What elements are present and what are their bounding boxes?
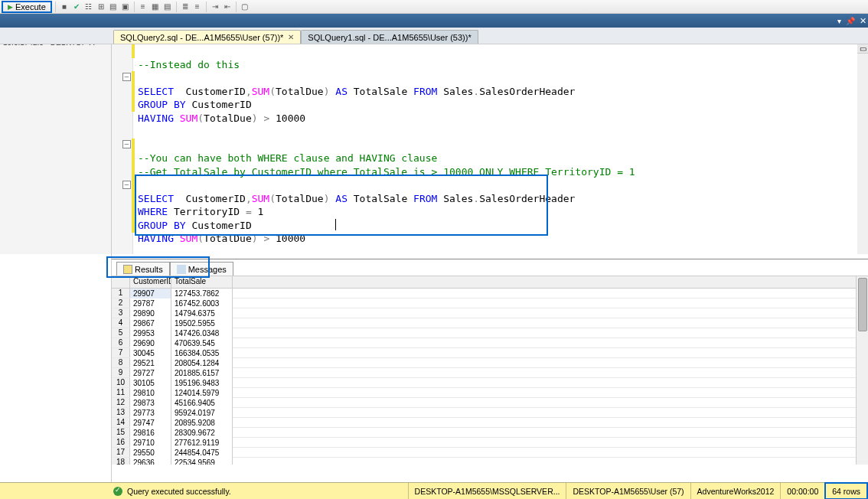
sql-editor[interactable]: – – – --Instead do this SELECT CustomerI… [112,44,862,254]
results-grid-icon[interactable]: ▦ [150,2,161,12]
close-icon[interactable]: ✕ [288,33,294,41]
row-number: 12 [112,398,130,407]
row-number: 15 [112,428,130,437]
estimate-plan-icon[interactable]: ☷ [83,2,94,12]
table-row[interactable]: 1030105195196.9483 [112,378,868,388]
row-number: 6 [112,338,130,347]
table-row[interactable]: 142974720895.9208 [112,418,868,428]
close-icon[interactable]: ✕ [860,16,866,26]
status-rowcount: 64 rows [824,482,868,499]
row-number: 16 [112,438,130,447]
separator [55,2,56,12]
separator [236,2,237,12]
table-row[interactable]: 1629710277612.9119 [112,438,868,448]
split-icon[interactable]: ▭ [857,44,868,54]
cell-totalsale[interactable]: 22534.9569 [171,458,233,465]
pin-icon[interactable]: 📌 [846,17,855,25]
document-tabs: SQLQuery2.sql - DE...A1M5655\User (57))*… [0,28,868,44]
results-file-icon[interactable]: ▤ [162,2,173,12]
row-number: 9 [112,368,130,377]
panel-header: ▾ 📌 ✕ [0,14,868,28]
indent-icon[interactable]: ⇥ [210,2,220,12]
tab-sqlquery2[interactable]: SQLQuery2.sql - DE...A1M5655\User (57))*… [113,30,301,44]
table-row[interactable]: 730045166384.0535 [112,348,868,358]
tab-label: SQLQuery1.sql - DE...A1M5655\User (53))* [308,33,471,42]
parse-icon[interactable]: ✔ [71,2,82,12]
row-number: 8 [112,358,130,367]
results-tabs-highlight [106,256,210,278]
status-time: 00:00:00 [780,483,824,499]
status-database: AdventureWorks2012 [690,483,781,499]
separator [134,2,135,12]
row-number: 3 [112,308,130,318]
row-number: 13 [112,408,130,417]
execute-button[interactable]: ▶ Execute [2,1,52,13]
separator [176,2,177,12]
column-header-totalsale[interactable]: TotalSale [171,276,233,289]
highlight-box [135,174,548,236]
object-explorer: ER2 (SQL Server 13.0.1742.0 - DESKTOP-A [0,28,112,254]
dropdown-icon[interactable]: ▾ [837,17,841,25]
table-row[interactable]: 529953147426.0348 [112,328,868,338]
row-number: 17 [112,448,130,457]
sqlcmd-icon[interactable]: ▣ [120,2,131,12]
table-row[interactable]: 152981628309.9672 [112,428,868,438]
status-message: Query executed successfully. [127,487,231,496]
row-number: 14 [112,418,130,427]
table-row[interactable]: 829521208054.1284 [112,358,868,368]
specify-values-icon[interactable]: ▢ [240,2,250,12]
scroll-thumb[interactable] [858,278,867,331]
collapse-icon[interactable]: – [122,181,131,189]
status-server: DESKTOP-A1M5655\MSSQLSERVER... [408,483,566,499]
grid-header: CustomerID TotalSale [112,276,868,289]
table-row[interactable]: 629690470639.545 [112,338,868,348]
debug-icon[interactable]: ■ [59,2,70,12]
column-header-customerid[interactable]: CustomerID [130,276,171,289]
uncomment-icon[interactable]: ≡ [192,2,203,12]
execute-label: Execute [15,2,46,11]
table-row[interactable]: 1729550244854.0475 [112,448,868,458]
comment-icon[interactable]: ≣ [180,2,191,12]
row-number: 7 [112,348,130,357]
status-bar: Query executed successfully. DESKTOP-A1M… [0,482,868,499]
row-number: 2 [112,298,130,308]
results-tabs: Results Messages [112,259,868,276]
cell-customerid[interactable]: 29636 [130,458,171,465]
collapse-icon[interactable]: – [122,73,131,81]
row-number: 4 [112,318,130,328]
row-number: 18 [112,458,130,465]
table-row[interactable]: 42986719502.5955 [112,318,868,328]
tab-label: SQLQuery2.sql - DE...A1M5655\User (57))* [120,33,283,42]
include-stats-icon[interactable]: ▤ [108,2,119,12]
table-row[interactable]: 229787167452.6003 [112,298,868,308]
editor-scrollbar[interactable]: ▭ [857,44,868,254]
change-marker [132,44,135,58]
table-row[interactable]: 182963622534.9569 [112,458,868,465]
toolbar: ▶ Execute ■ ✔ ☷ ⊞ ▤ ▣ ≡ ▦ ▤ ≣ ≡ ⇥ ⇤ ▢ [0,0,868,14]
tab-sqlquery1[interactable]: SQLQuery1.sql - DE...A1M5655\User (53))* [301,30,478,44]
row-number: 5 [112,328,130,338]
status-user: DESKTOP-A1M5655\User (57) [566,483,690,499]
separator [206,2,207,12]
success-icon [113,487,122,496]
change-marker [132,71,135,112]
row-header-corner [112,276,130,288]
table-row[interactable]: 122987345166.9405 [112,398,868,408]
text-cursor [335,219,336,230]
collapse-icon[interactable]: – [122,140,131,148]
table-row[interactable]: 929727201885.6157 [112,368,868,378]
results-scrollbar[interactable] [856,276,868,465]
table-row[interactable]: 32989014794.6375 [112,308,868,318]
outdent-icon[interactable]: ⇤ [222,2,233,12]
results-pane: Results Messages CustomerID TotalSale 12… [112,259,868,481]
results-text-icon[interactable]: ≡ [138,2,148,12]
row-number: 11 [112,388,130,397]
table-row[interactable]: 1129810124014.5979 [112,388,868,398]
table-row[interactable]: 129907127453.7862 [112,289,868,298]
row-number: 1 [112,289,130,298]
table-row[interactable]: 132977395924.0197 [112,408,868,418]
left-gutter [0,254,112,482]
results-grid[interactable]: CustomerID TotalSale 129907127453.786222… [112,276,868,465]
include-plan-icon[interactable]: ⊞ [96,2,106,12]
row-number: 10 [112,378,130,387]
